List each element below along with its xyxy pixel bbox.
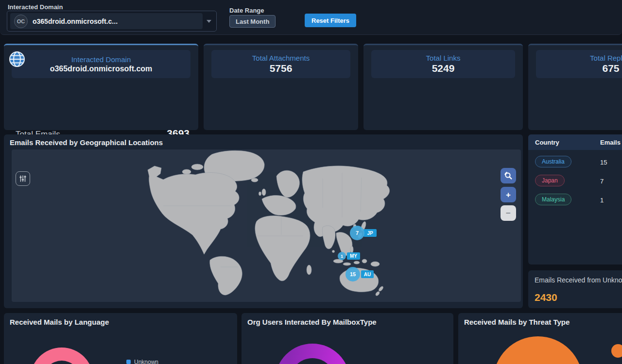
- interacted-domain-card: Interacted Domain o365droid.onmicrosoft.…: [4, 44, 198, 130]
- replies-card-title: Total Replies: [590, 54, 622, 62]
- map-marker-my-count[interactable]: 1: [338, 252, 346, 260]
- country-table-header: Country Emails Received: [528, 134, 622, 150]
- globe-icon: [9, 51, 25, 67]
- links-total-value: 5249: [432, 63, 455, 74]
- table-row: Japan 7: [528, 175, 622, 194]
- unknown-emails-label: Emails Received from Unknown: [535, 276, 622, 284]
- links-card-title: Total Links: [426, 54, 461, 62]
- map-marker-jp-label[interactable]: JP: [363, 229, 377, 237]
- emails-received-column-header: Emails Received: [600, 139, 622, 146]
- total-links-card: Total Links 5249 Sent Links 1198 Receive…: [363, 44, 523, 130]
- date-range-button[interactable]: Last Month: [229, 15, 276, 28]
- filter-bar: Interacted Domain OC o365droid.onmicroso…: [0, 0, 622, 35]
- unknown-emails-value: 2430: [535, 292, 557, 303]
- country-table-body: Australia 15 Japan 7 Malaysia 1: [528, 156, 622, 213]
- country-pill-japan: Japan: [535, 175, 565, 186]
- replies-total-value: 675: [602, 63, 619, 74]
- map-zoom-in-button[interactable]: +: [501, 187, 516, 202]
- geo-section-title: Emails Received by Geographical Location…: [10, 138, 163, 147]
- country-pill-malaysia: Malaysia: [535, 194, 571, 205]
- unknown-emails-card: Emails Received from Unknown 2430: [528, 270, 622, 308]
- domain-avatar: OC: [14, 15, 28, 28]
- attachments-card-title: Total Attachments: [252, 54, 310, 62]
- links-card-header: Total Links 5249: [371, 50, 515, 78]
- interacted-domain-filter-label: Interacted Domain: [8, 3, 63, 11]
- mailbox-type-card: Org Users Interacted By MailboxType: [242, 313, 453, 364]
- total-replies-card: Total Replies 675 Sent Reply Received Re…: [528, 44, 622, 130]
- geo-locations-card: Emails Received by Geographical Location…: [4, 134, 523, 308]
- country-value-japan: 7: [600, 178, 604, 185]
- threat-legend-dot: [611, 344, 622, 358]
- attachments-total-value: 5756: [270, 63, 293, 74]
- zoom-reset-icon: [504, 171, 513, 180]
- country-value-australia: 15: [600, 159, 607, 166]
- threat-type-card: Received Mails by Threat Type: [458, 313, 622, 364]
- domain-select-value: o365droid.onmicrosoft.c...: [33, 17, 118, 25]
- map-marker-au-count[interactable]: 15: [346, 267, 360, 281]
- legend-swatch: [126, 360, 131, 364]
- country-pill-australia: Australia: [535, 156, 571, 167]
- threat-pie-chart[interactable]: [493, 336, 583, 364]
- language-legend-item[interactable]: Unknown: [126, 359, 158, 364]
- domain-card-domain: o365droid.onmicrosoft.com: [50, 65, 153, 73]
- attachments-card-header: Total Attachments 5756: [211, 50, 350, 78]
- table-row: Australia 15: [528, 156, 622, 175]
- mailbox-type-title: Org Users Interacted By MailboxType: [247, 318, 377, 326]
- domain-card-header: Interacted Domain o365droid.onmicrosoft.…: [12, 50, 190, 78]
- mails-by-language-title: Received Mails by Language: [10, 318, 109, 326]
- chevron-down-icon: [207, 20, 211, 23]
- plus-icon: +: [506, 191, 511, 199]
- replies-card-header: Total Replies 675: [536, 50, 622, 78]
- world-map[interactable]: + − 7 JP 1 MY 15 AU: [12, 149, 521, 302]
- domain-card-title: Interacted Domain: [71, 55, 131, 64]
- country-column-header: Country: [535, 139, 559, 146]
- language-donut-chart[interactable]: [30, 347, 93, 364]
- sliders-icon: [19, 175, 27, 182]
- map-zoom-out-button[interactable]: −: [501, 205, 516, 221]
- country-emails-table-card: Country Emails Received Australia 15 Jap…: [528, 134, 622, 265]
- map-zoom-reset-button[interactable]: [501, 168, 516, 183]
- minus-icon: −: [506, 209, 511, 217]
- interacted-domain-select[interactable]: OC o365droid.onmicrosoft.c...: [7, 11, 217, 32]
- interacted-domain-select-inner: OC o365droid.onmicrosoft.c...: [10, 13, 203, 29]
- mailbox-donut-hole: [290, 358, 335, 364]
- mails-by-language-card: Received Mails by Language Unknown: [4, 313, 237, 364]
- mailbox-donut-chart[interactable]: [275, 344, 350, 364]
- map-marker-au-label[interactable]: AU: [361, 270, 374, 278]
- threat-type-title: Received Mails by Threat Type: [464, 318, 570, 326]
- legend-label: Unknown: [134, 359, 158, 364]
- country-value-malaysia: 1: [600, 197, 604, 204]
- date-range-label: Date Range: [229, 7, 264, 14]
- language-donut-hole: [43, 361, 80, 364]
- map-marker-jp-count[interactable]: 7: [350, 226, 364, 240]
- total-attachments-card: Total Attachments 5756 Sent Attachments …: [204, 44, 358, 130]
- reset-filters-button[interactable]: Reset Filters: [305, 14, 356, 27]
- map-filter-button[interactable]: [16, 171, 30, 186]
- map-marker-my-label[interactable]: MY: [347, 252, 360, 260]
- table-row: Malaysia 1: [528, 194, 622, 213]
- world-map-svg: [12, 149, 521, 302]
